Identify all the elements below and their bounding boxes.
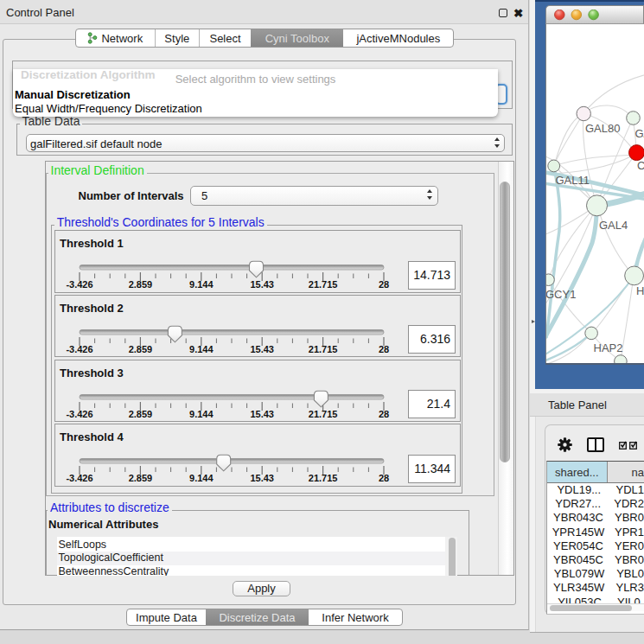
svg-text:GA: GA xyxy=(635,127,644,140)
svg-text:GAL11: GAL11 xyxy=(556,174,590,187)
svg-text:2.859: 2.859 xyxy=(129,344,153,354)
svg-text:-3.426: -3.426 xyxy=(66,344,92,354)
svg-text:C: C xyxy=(637,159,644,172)
svg-text:2.859: 2.859 xyxy=(129,279,153,290)
svg-text:15.43: 15.43 xyxy=(250,279,274,290)
svg-text:28: 28 xyxy=(379,344,389,354)
svg-text:GAL80: GAL80 xyxy=(585,122,620,135)
svg-text:21.715: 21.715 xyxy=(309,344,338,354)
svg-text:9.144: 9.144 xyxy=(189,279,214,290)
svg-text:2.859: 2.859 xyxy=(129,473,153,483)
svg-text:9.144: 9.144 xyxy=(189,344,214,354)
svg-text:15.43: 15.43 xyxy=(250,408,274,418)
svg-text:15.43: 15.43 xyxy=(250,473,274,483)
svg-text:15.43: 15.43 xyxy=(250,344,274,354)
svg-text:-3.426: -3.426 xyxy=(66,408,92,418)
svg-text:28: 28 xyxy=(379,279,389,290)
svg-text:28: 28 xyxy=(379,408,389,418)
svg-text:2.859: 2.859 xyxy=(129,408,153,418)
svg-text:H: H xyxy=(636,284,644,297)
svg-text:21.715: 21.715 xyxy=(309,473,338,483)
svg-text:28: 28 xyxy=(379,473,389,483)
svg-text:GAL4: GAL4 xyxy=(599,219,628,232)
svg-text:21.715: 21.715 xyxy=(309,408,338,418)
svg-text:-3.426: -3.426 xyxy=(66,473,92,483)
svg-text:21.715: 21.715 xyxy=(309,279,338,290)
svg-text:GCY1: GCY1 xyxy=(546,288,576,301)
svg-text:9.144: 9.144 xyxy=(189,408,214,418)
svg-text:9.144: 9.144 xyxy=(189,473,214,483)
svg-text:-3.426: -3.426 xyxy=(66,279,92,290)
svg-text:HAP2: HAP2 xyxy=(594,341,623,354)
